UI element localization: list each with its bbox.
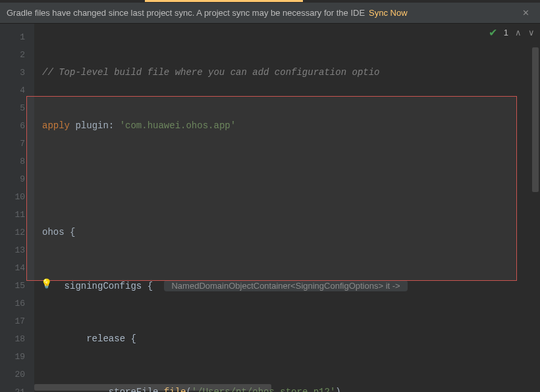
vertical-scrollbar[interactable] — [532, 47, 539, 370]
code-area[interactable]: // Top-level build file where you can ad… — [34, 24, 540, 392]
sync-now-link[interactable]: Sync Now — [369, 8, 408, 18]
close-icon[interactable]: ✕ — [518, 8, 533, 18]
code-comment: // Top-level build file where you can ad… — [42, 67, 379, 78]
inlay-hint-signing: NamedDomainObjectContainer<SigningConfig… — [164, 280, 408, 291]
sync-notice-bar: Gradle files have changed since last pro… — [0, 3, 540, 24]
scrollbar-thumb-h[interactable] — [34, 384, 271, 391]
tok-signing: signingConfigs — [65, 281, 148, 291]
tok-release: release — [86, 333, 130, 344]
tok-plugin: plugin — [75, 120, 108, 131]
tok-colon: : — [109, 120, 120, 131]
scrollbar-thumb-v[interactable] — [532, 47, 539, 192]
notice-text: Gradle files have changed since last pro… — [7, 8, 365, 18]
active-tab-underline — [0, 0, 540, 3]
horizontal-scrollbar[interactable] — [34, 384, 531, 391]
tok-apply: apply — [42, 120, 75, 131]
code-editor[interactable]: 123456789101112131415161718192021 // Top… — [0, 24, 540, 392]
line-number-gutter: 123456789101112131415161718192021 — [0, 24, 34, 392]
tok-ohos: ohos — [42, 227, 70, 237]
intention-bulb-icon[interactable]: 💡 — [41, 278, 52, 289]
tok-plugin-val: 'com.huawei.ohos.app' — [120, 120, 236, 131]
